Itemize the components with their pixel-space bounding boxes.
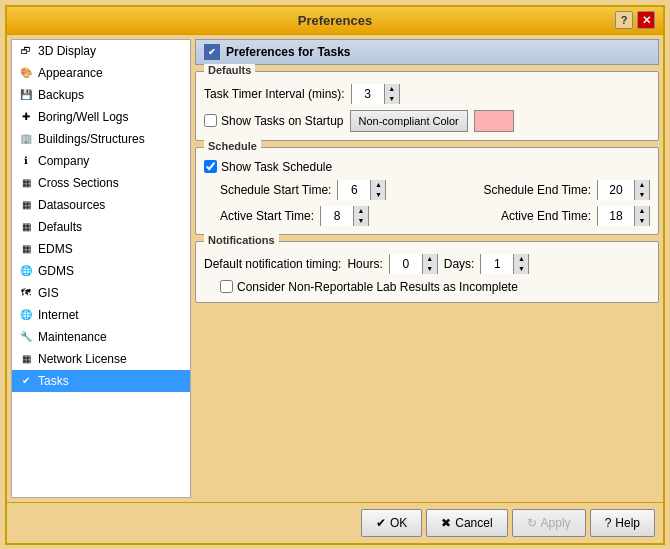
active-end-btns: ▲ ▼ (634, 206, 649, 226)
active-start-btns: ▲ ▼ (353, 206, 368, 226)
sidebar-item-company[interactable]: ℹ Company (12, 150, 190, 172)
non-reportable-label[interactable]: Consider Non-Reportable Lab Results as I… (220, 280, 518, 294)
tasks-icon: ✔ (18, 373, 34, 389)
sidebar-label-appearance: Appearance (38, 66, 103, 80)
help-label: Help (615, 516, 640, 530)
show-schedule-label: Show Task Schedule (221, 160, 332, 174)
start-time-up-btn[interactable]: ▲ (371, 180, 385, 190)
sidebar-label-gis: GIS (38, 286, 59, 300)
notifications-content: Default notification timing: Hours: ▲ ▼ … (204, 250, 650, 294)
show-tasks-row: Show Tasks on Startup Non-compliant Colo… (204, 110, 650, 132)
days-up-btn[interactable]: ▲ (514, 254, 528, 264)
sidebar-item-defaults[interactable]: ▦ Defaults (12, 216, 190, 238)
active-end-up-btn[interactable]: ▲ (635, 206, 649, 216)
maintenance-icon: 🔧 (18, 329, 34, 345)
start-time-btns: ▲ ▼ (370, 180, 385, 200)
active-start-up-btn[interactable]: ▲ (354, 206, 368, 216)
sidebar-item-crosssections[interactable]: ▦ Cross Sections (12, 172, 190, 194)
end-time-down-btn[interactable]: ▼ (635, 190, 649, 200)
hours-down-btn[interactable]: ▼ (423, 264, 437, 274)
timer-input[interactable]: 3 (352, 84, 384, 104)
edms-icon: ▦ (18, 241, 34, 257)
active-end-input[interactable] (598, 206, 634, 226)
timer-up-btn[interactable]: ▲ (385, 84, 399, 94)
end-time-input[interactable] (598, 180, 634, 200)
help-button[interactable]: ? Help (590, 509, 655, 537)
sidebar-item-networklicense[interactable]: ▦ Network License (12, 348, 190, 370)
non-reportable-checkbox[interactable] (220, 280, 233, 293)
sidebar-item-boringwelllogs[interactable]: ✚ Boring/Well Logs (12, 106, 190, 128)
sidebar-label-buildings: Buildings/Structures (38, 132, 145, 146)
sidebar-item-tasks[interactable]: ✔ Tasks (12, 370, 190, 392)
panel-header-icon: ✔ (204, 44, 220, 60)
active-end-down-btn[interactable]: ▼ (635, 216, 649, 226)
apply-label: Apply (541, 516, 571, 530)
cancel-button[interactable]: ✖ Cancel (426, 509, 507, 537)
apply-icon: ↻ (527, 516, 537, 530)
start-time-label: Schedule Start Time: (220, 183, 331, 197)
ok-icon: ✔ (376, 516, 386, 530)
right-panel: ✔ Preferences for Tasks Defaults Task Ti… (195, 39, 659, 498)
end-time-up-btn[interactable]: ▲ (635, 180, 649, 190)
timer-spinner[interactable]: 3 ▲ ▼ (351, 84, 400, 104)
active-start-input[interactable] (321, 206, 353, 226)
cancel-label: Cancel (455, 516, 492, 530)
show-tasks-checkbox-label[interactable]: Show Tasks on Startup (204, 114, 344, 128)
days-label: Days: (444, 257, 475, 271)
sidebar-item-datasources[interactable]: ▦ Datasources (12, 194, 190, 216)
gis-icon: 🗺 (18, 285, 34, 301)
active-start-spinner[interactable]: ▲ ▼ (320, 206, 369, 226)
days-input[interactable] (481, 254, 513, 274)
defaults-content: Task Timer Interval (mins): 3 ▲ ▼ (204, 80, 650, 132)
notifications-section: Notifications Default notification timin… (195, 241, 659, 303)
sidebar-label-gdms: GDMS (38, 264, 74, 278)
show-schedule-checkbox[interactable] (204, 160, 217, 173)
sidebar-item-buildings[interactable]: 🏢 Buildings/Structures (12, 128, 190, 150)
timer-label: Task Timer Interval (mins): (204, 87, 345, 101)
company-icon: ℹ (18, 153, 34, 169)
sidebar-item-3ddisplay[interactable]: 🗗 3D Display (12, 40, 190, 62)
ok-button[interactable]: ✔ OK (361, 509, 422, 537)
cancel-icon: ✖ (441, 516, 451, 530)
timer-down-btn[interactable]: ▼ (385, 94, 399, 104)
show-schedule-checkbox-label[interactable]: Show Task Schedule (204, 160, 332, 174)
days-spinner[interactable]: ▲ ▼ (480, 254, 529, 274)
active-end-label: Active End Time: (501, 209, 591, 223)
non-reportable-row: Consider Non-Reportable Lab Results as I… (204, 280, 650, 294)
defaults-section: Defaults Task Timer Interval (mins): 3 ▲… (195, 71, 659, 141)
sidebar-item-gdms[interactable]: 🌐 GDMS (12, 260, 190, 282)
active-start-down-btn[interactable]: ▼ (354, 216, 368, 226)
timer-spinner-btns: ▲ ▼ (384, 84, 399, 104)
sidebar-label-tasks: Tasks (38, 374, 69, 388)
sidebar-item-maintenance[interactable]: 🔧 Maintenance (12, 326, 190, 348)
non-reportable-text: Consider Non-Reportable Lab Results as I… (237, 280, 518, 294)
show-tasks-checkbox[interactable] (204, 114, 217, 127)
non-compliant-color-button[interactable]: Non-compliant Color (350, 110, 468, 132)
active-end-spinner[interactable]: ▲ ▼ (597, 206, 650, 226)
hours-spinner[interactable]: ▲ ▼ (389, 254, 438, 274)
hours-input[interactable] (390, 254, 422, 274)
help-icon-btn[interactable]: ? (615, 11, 633, 29)
start-time-spinner[interactable]: ▲ ▼ (337, 180, 386, 200)
start-time-input[interactable] (338, 180, 370, 200)
hours-up-btn[interactable]: ▲ (423, 254, 437, 264)
sidebar-item-appearance[interactable]: 🎨 Appearance (12, 62, 190, 84)
sidebar-label-backups: Backups (38, 88, 84, 102)
close-button[interactable]: ✕ (637, 11, 655, 29)
notification-timing-row: Default notification timing: Hours: ▲ ▼ … (204, 254, 650, 274)
days-down-btn[interactable]: ▼ (514, 264, 528, 274)
preferences-window: Preferences ? ✕ 🗗 3D Display 🎨 Appearanc… (5, 5, 665, 545)
sidebar-item-edms[interactable]: ▦ EDMS (12, 238, 190, 260)
end-time-spinner[interactable]: ▲ ▼ (597, 180, 650, 200)
apply-button[interactable]: ↻ Apply (512, 509, 586, 537)
start-time-down-btn[interactable]: ▼ (371, 190, 385, 200)
sidebar-item-gis[interactable]: 🗺 GIS (12, 282, 190, 304)
sidebar-item-internet[interactable]: 🌐 Internet (12, 304, 190, 326)
defaults-icon: ▦ (18, 219, 34, 235)
window-title: Preferences (55, 13, 615, 28)
hours-btns: ▲ ▼ (422, 254, 437, 274)
sidebar-item-backups[interactable]: 💾 Backups (12, 84, 190, 106)
hours-label: Hours: (347, 257, 382, 271)
title-controls: ? ✕ (615, 11, 655, 29)
timer-row: Task Timer Interval (mins): 3 ▲ ▼ (204, 84, 650, 104)
